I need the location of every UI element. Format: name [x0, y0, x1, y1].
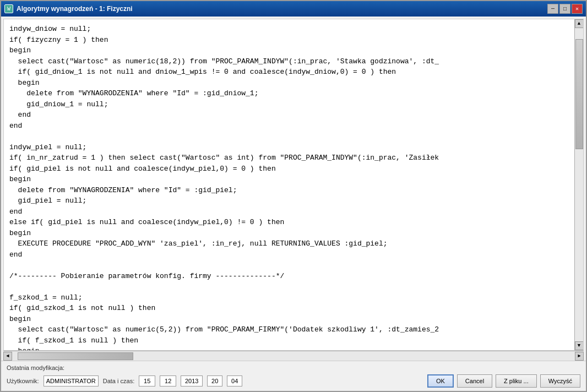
user-label: Użytkownik: — [7, 378, 39, 384]
footer-bottom: Użytkownik: ADMINISTRATOR Data i czas: 1… — [7, 374, 580, 388]
cancel-button[interactable]: Cancel — [457, 374, 492, 388]
hour-value: 20 — [211, 378, 218, 384]
from-file-button[interactable]: Z pliku ... — [496, 374, 537, 388]
last-modified-label: Ostatnia modyfikacja: — [7, 364, 580, 371]
title-bar-left: W Algorytmy wynagrodzeń - 1: Fizyczni — [4, 4, 133, 13]
ok-button[interactable]: OK — [427, 374, 454, 388]
scroll-right-arrow[interactable]: ► — [575, 352, 584, 361]
scroll-track-h — [12, 352, 575, 361]
minimize-button[interactable]: ─ — [547, 4, 558, 14]
footer: Ostatnia modyfikacja: Użytkownik: ADMINI… — [1, 361, 586, 391]
scroll-thumb-v[interactable] — [575, 39, 583, 149]
vertical-scrollbar[interactable]: ▲ ▼ — [574, 19, 583, 350]
user-value: ADMINISTRATOR — [46, 378, 96, 384]
minute-field: 04 — [227, 375, 242, 386]
close-button[interactable]: ✕ — [572, 4, 583, 14]
restore-button[interactable]: □ — [559, 4, 570, 14]
user-value-field: ADMINISTRATOR — [44, 375, 99, 386]
main-window: W Algorytmy wynagrodzeń - 1: Fizyczni ─ … — [0, 0, 587, 392]
clear-button[interactable]: Wyczyść — [540, 374, 580, 388]
day-value: 15 — [144, 378, 150, 384]
code-content[interactable]: indyw_dniow = null; if( fizyczny = 1 ) t… — [4, 19, 574, 350]
scroll-down-arrow[interactable]: ▼ — [575, 341, 584, 350]
scroll-left-arrow[interactable]: ◄ — [3, 352, 12, 361]
title-controls: ─ □ ✕ — [547, 4, 583, 14]
datetime-label: Data i czas: — [103, 378, 134, 384]
footer-buttons: OK Cancel Z pliku ... Wyczyść — [427, 374, 580, 388]
month-value: 12 — [165, 378, 171, 384]
hour-field: 20 — [207, 375, 222, 386]
year-field: 2013 — [181, 375, 203, 386]
scroll-thumb-h[interactable] — [18, 352, 133, 360]
month-field: 12 — [160, 375, 176, 386]
minute-value: 04 — [231, 378, 238, 384]
code-editor: indyw_dniow = null; if( fizyczny = 1 ) t… — [3, 19, 584, 351]
day-field: 15 — [139, 375, 155, 386]
year-value: 2013 — [185, 378, 198, 384]
scroll-up-arrow[interactable]: ▲ — [575, 19, 584, 28]
window-title: Algorytmy wynagrodzeń - 1: Fizyczni — [17, 5, 133, 13]
window-icon: W — [4, 4, 13, 13]
title-bar: W Algorytmy wynagrodzeń - 1: Fizyczni ─ … — [1, 1, 586, 17]
horizontal-scrollbar[interactable]: ◄ ► — [3, 351, 584, 361]
